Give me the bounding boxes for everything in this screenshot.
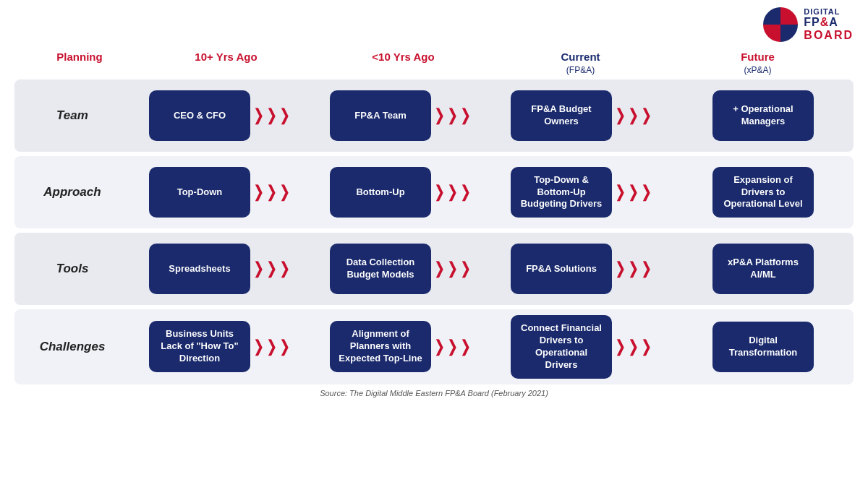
arrow-1-0: ❭❭❭ — [252, 183, 291, 202]
dark-box-1-1: Bottom-Up — [330, 167, 431, 218]
dark-box-2-2: FP&A Solutions — [511, 244, 612, 294]
table-row-team: TeamCEO & CFO❭❭❭FP&A Team❭❭❭FP&A Budget … — [14, 79, 854, 152]
dark-box-1-2: Top-Down & Bottom-Up Budgeting Drivers — [511, 167, 612, 218]
source-text: Source: The Digital Middle Eastern FP&A … — [14, 389, 854, 397]
table-row-tools: ToolsSpreadsheets❭❭❭Data Collection Budg… — [14, 233, 854, 305]
table-row-challenges: ChallengesBusiness Units Lack of "How To… — [14, 309, 854, 384]
cell-1-3: Expansion of Drivers to Operational Leve… — [673, 156, 854, 228]
cell-2-2: FP&A Solutions❭❭❭ — [492, 233, 673, 305]
logo-board: BOARD — [804, 29, 854, 42]
cell-1-0: Top-Down❭❭❭ — [130, 156, 311, 228]
row-label-tools: Tools — [14, 233, 130, 305]
header-col4: Future (xP&A) — [669, 51, 846, 75]
dark-box-3-0: Business Units Lack of "How To" Directio… — [149, 321, 250, 372]
cell-2-0: Spreadsheets❭❭❭ — [130, 233, 311, 305]
table-row-approach: ApproachTop-Down❭❭❭Bottom-Up❭❭❭Top-Down … — [14, 156, 854, 228]
cell-3-3: Digital Transformation — [673, 309, 854, 384]
dark-box-3-2: Connect Financial Drivers to Operational… — [511, 315, 612, 379]
dark-box-0-1: FP&A Team — [330, 90, 431, 141]
header-col1: 10+ Yrs Ago — [137, 51, 315, 75]
page-container: DIGITAL FP&A BOARD Planning 10+ Yrs Ago … — [0, 0, 868, 490]
dark-box-0-3: + Operational Managers — [712, 90, 814, 141]
header-row: Planning 10+ Yrs Ago <10 Yrs Ago Current… — [14, 51, 854, 75]
logo-fpa: FP&A — [804, 16, 854, 29]
row-label-challenges: Challenges — [14, 309, 130, 384]
cell-0-0: CEO & CFO❭❭❭ — [130, 79, 311, 152]
row-label-approach: Approach — [14, 156, 130, 228]
cell-3-2: Connect Financial Drivers to Operational… — [492, 309, 673, 384]
logo-digital: DIGITAL — [804, 7, 854, 16]
cell-0-3: + Operational Managers — [673, 79, 854, 152]
header-col2: <10 Yrs Ago — [315, 51, 492, 75]
logo-icon — [763, 7, 798, 42]
dark-box-1-0: Top-Down — [149, 167, 250, 218]
cell-3-0: Business Units Lack of "How To" Directio… — [130, 309, 311, 384]
arrow-3-1: ❭❭❭ — [433, 338, 472, 356]
cell-2-3: xP&A Platforms AI/ML — [673, 233, 854, 305]
dark-box-1-3: Expansion of Drivers to Operational Leve… — [712, 167, 814, 218]
arrow-3-0: ❭❭❭ — [252, 338, 291, 356]
arrow-0-2: ❭❭❭ — [613, 106, 652, 125]
dark-box-3-1: Alignment of Planners with Expected Top-… — [330, 321, 431, 372]
dark-box-3-3: Digital Transformation — [712, 322, 814, 372]
dark-box-2-0: Spreadsheets — [149, 244, 250, 294]
cell-0-2: FP&A Budget Owners❭❭❭ — [492, 79, 673, 152]
dark-box-2-3: xP&A Platforms AI/ML — [712, 244, 814, 294]
dark-box-0-0: CEO & CFO — [149, 90, 250, 141]
arrow-0-1: ❭❭❭ — [433, 106, 472, 125]
logo-text: DIGITAL FP&A BOARD — [804, 7, 854, 41]
arrow-2-2: ❭❭❭ — [613, 259, 652, 278]
table-body: TeamCEO & CFO❭❭❭FP&A Team❭❭❭FP&A Budget … — [14, 79, 854, 384]
logo-area: DIGITAL FP&A BOARD — [763, 7, 854, 42]
arrow-0-0: ❭❭❭ — [252, 106, 291, 125]
cell-2-1: Data Collection Budget Models❭❭❭ — [311, 233, 492, 305]
arrow-2-0: ❭❭❭ — [252, 259, 291, 278]
arrow-1-1: ❭❭❭ — [433, 183, 472, 202]
dark-box-2-1: Data Collection Budget Models — [330, 244, 431, 294]
cell-3-1: Alignment of Planners with Expected Top-… — [311, 309, 492, 384]
arrow-3-2: ❭❭❭ — [613, 338, 652, 356]
cell-1-1: Bottom-Up❭❭❭ — [311, 156, 492, 228]
header-col3: Current (FP&A) — [492, 51, 669, 75]
cell-1-2: Top-Down & Bottom-Up Budgeting Drivers❭❭… — [492, 156, 673, 228]
arrow-1-2: ❭❭❭ — [613, 183, 652, 202]
dark-box-0-2: FP&A Budget Owners — [511, 90, 612, 141]
cell-0-1: FP&A Team❭❭❭ — [311, 79, 492, 152]
arrow-2-1: ❭❭❭ — [433, 259, 472, 278]
header-planning: Planning — [22, 51, 137, 75]
row-label-team: Team — [14, 79, 130, 152]
